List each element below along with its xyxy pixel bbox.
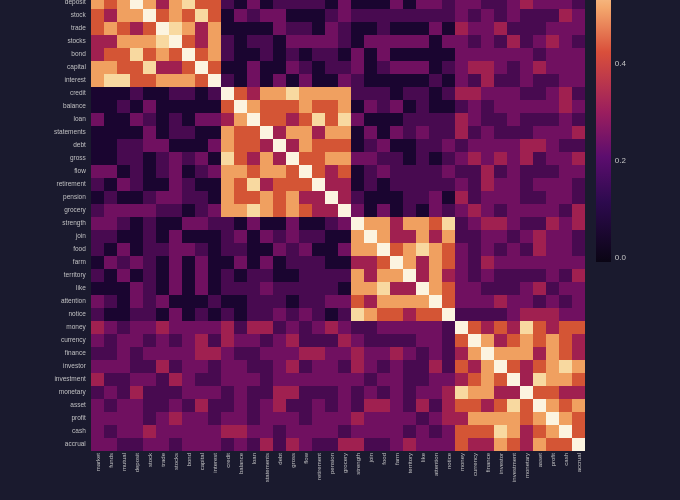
heatmap-cell (299, 295, 312, 308)
heatmap-cell (390, 282, 403, 295)
heatmap-cell (143, 334, 156, 347)
heatmap-cell (117, 425, 130, 438)
heatmap-cell (117, 74, 130, 87)
colorbar-label: 0.0 (615, 253, 626, 262)
heatmap-cell (572, 373, 585, 386)
heatmap-cell (117, 373, 130, 386)
heatmap-cell (182, 360, 195, 373)
heatmap-cell (143, 126, 156, 139)
heatmap-cell (130, 412, 143, 425)
heatmap-cell (494, 360, 507, 373)
heatmap-cell (403, 191, 416, 204)
heatmap-cell (104, 412, 117, 425)
heatmap-cell (312, 35, 325, 48)
heatmap-cell (130, 256, 143, 269)
heatmap-cell (91, 269, 104, 282)
heatmap-cell (364, 386, 377, 399)
heatmap-cell (130, 217, 143, 230)
heatmap-cell (481, 230, 494, 243)
heatmap-cell (442, 165, 455, 178)
heatmap-cell (312, 282, 325, 295)
heatmap-cell (286, 217, 299, 230)
heatmap-cell (377, 425, 390, 438)
heatmap-cell (169, 35, 182, 48)
heatmap-cell (364, 230, 377, 243)
heatmap-cell (208, 334, 221, 347)
heatmap-cell (260, 0, 273, 9)
heatmap-cell (377, 61, 390, 74)
heatmap-cell (403, 308, 416, 321)
heatmap-cell (234, 9, 247, 22)
heatmap-cell (533, 347, 546, 360)
heatmap-cell (351, 308, 364, 321)
heatmap-cell (221, 243, 234, 256)
heatmap-cell (507, 100, 520, 113)
y-label: credit (70, 87, 88, 100)
heatmap-cell (156, 425, 169, 438)
heatmap-cell (377, 113, 390, 126)
heatmap-cell (247, 9, 260, 22)
heatmap-cell (494, 256, 507, 269)
heatmap-cell (156, 0, 169, 9)
heatmap-cell (195, 438, 208, 451)
heatmap-cell (455, 282, 468, 295)
heatmap-cell (572, 334, 585, 347)
heatmap-cell (520, 126, 533, 139)
heatmap-cell (377, 334, 390, 347)
heatmap-cell (91, 217, 104, 230)
heatmap-cell (260, 139, 273, 152)
heatmap-cell (481, 165, 494, 178)
heatmap-cell (351, 74, 364, 87)
heatmap-cell (143, 178, 156, 191)
heatmap-cell (455, 113, 468, 126)
heatmap-cell (546, 152, 559, 165)
heatmap-cell (533, 113, 546, 126)
heatmap-cell (156, 61, 169, 74)
heatmap-cell (338, 425, 351, 438)
heatmap-cell (442, 386, 455, 399)
x-label: balance (234, 453, 247, 474)
heatmap-cell (312, 126, 325, 139)
heatmap-cell (429, 139, 442, 152)
heatmap-cell (351, 243, 364, 256)
heatmap-cell (143, 243, 156, 256)
heatmap-cell (429, 282, 442, 295)
heatmap-cell (455, 308, 468, 321)
heatmap-cell (351, 61, 364, 74)
heatmap-cell (351, 425, 364, 438)
heatmap-cell (364, 334, 377, 347)
heatmap-cell (325, 334, 338, 347)
heatmap-cell (559, 48, 572, 61)
heatmap-cell (195, 373, 208, 386)
heatmap-cell (429, 191, 442, 204)
heatmap-cell (195, 282, 208, 295)
heatmap-cell (481, 178, 494, 191)
heatmap-cell (390, 269, 403, 282)
heatmap-cell (364, 425, 377, 438)
heatmap-cell (169, 347, 182, 360)
heatmap-cell (286, 48, 299, 61)
heatmap-cell (234, 360, 247, 373)
heatmap-cell (559, 308, 572, 321)
heatmap-cell (455, 35, 468, 48)
heatmap-cell (234, 191, 247, 204)
heatmap-cell (416, 152, 429, 165)
heatmap-cell (325, 22, 338, 35)
heatmap-cell (104, 191, 117, 204)
heatmap-cell (312, 48, 325, 61)
heatmap-cell (286, 373, 299, 386)
heatmap-cell (533, 9, 546, 22)
heatmap-cell (234, 256, 247, 269)
heatmap-cell (208, 100, 221, 113)
heatmap-cell (130, 204, 143, 217)
heatmap-cell (195, 295, 208, 308)
heatmap-cell (468, 48, 481, 61)
heatmap-cell (351, 438, 364, 451)
heatmap-cell (325, 425, 338, 438)
heatmap-cell (143, 35, 156, 48)
x-label: profit (546, 453, 559, 466)
heatmap-cell (390, 152, 403, 165)
heatmap-cell (325, 269, 338, 282)
heatmap-cell (234, 386, 247, 399)
heatmap-cell (377, 139, 390, 152)
